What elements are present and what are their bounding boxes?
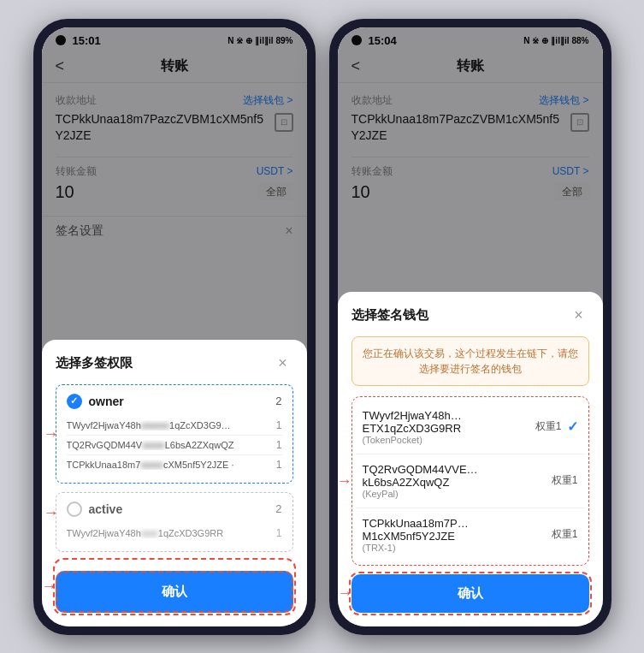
wallet1-weight: 权重1 xyxy=(535,419,562,434)
active-option-wrapper: → active 2 TWyvf2HjwaY48h●●●1qZcXD3G9RR xyxy=(56,492,293,552)
wallet3-weight: 权重1 xyxy=(552,527,578,542)
active-radio[interactable] xyxy=(67,502,82,517)
sheet-close-2[interactable]: × xyxy=(569,306,589,326)
red-arrow-wallets: → xyxy=(338,472,352,490)
owner-label: owner xyxy=(89,395,124,408)
owner-option-wrapper: → owner 2 TWyvf2HjwaY48h●●●●●1qZcXD3G9R xyxy=(56,384,293,484)
sheet-header-2: 选择签名钱包 × xyxy=(352,306,589,326)
sheet-title-1: 选择多签权限 xyxy=(56,355,133,371)
wallet3-addr: TCPkkUnaa18m7P…M1cXM5nf5Y2JZE xyxy=(363,517,552,543)
confirm-btn-wrapper-2: → 确认 xyxy=(352,574,589,613)
wallet1-name: (TokenPocket) xyxy=(363,435,535,445)
wallet-options-container: → TWyvf2HjwaY48h…ETX1qZcXD3G9RR (TokenPo… xyxy=(352,396,589,566)
wallet1-addr: TWyvf2HjwaY48h…ETX1qZcXD3G9RR xyxy=(363,409,535,435)
wallet3-name: (TRX-1) xyxy=(363,543,552,553)
wallet2-name: (KeyPal) xyxy=(363,489,552,499)
owner-addr1-row: TWyvf2HjwaY48h●●●●●1qZcXD3G9RR σ 1 xyxy=(67,416,282,436)
owner-option[interactable]: owner 2 TWyvf2HjwaY48h●●●●●1qZcXD3G9RR σ… xyxy=(56,384,293,484)
confirm-button-1[interactable]: 确认 xyxy=(56,571,293,613)
red-arrow-confirm-2: → xyxy=(338,585,353,603)
wallet2-option[interactable]: TQ2RvGQDM44VVE…kL6bsA2ZXqwQZ (KeyPal) 权重… xyxy=(356,454,585,508)
active-label: active xyxy=(89,502,123,516)
wallet2-weight: 权重1 xyxy=(552,473,578,488)
owner-addr2: TQ2RvGQDM44V●●●●L6bsA2ZXqwQZ xyxy=(67,440,238,450)
owner-addr1-weight: 1 xyxy=(276,419,282,431)
wallet1-option[interactable]: TWyvf2HjwaY48h…ETX1qZcXD3G9RR (TokenPock… xyxy=(356,401,585,454)
active-option[interactable]: active 2 TWyvf2HjwaY48h●●●1qZcXD3G9RR 1 xyxy=(56,492,293,552)
wallet2-addr: TQ2RvGQDM44VVE…kL6bsA2ZXqwQZ xyxy=(363,463,552,489)
red-arrow-confirm-1: → xyxy=(42,578,57,596)
red-arrow-owner: → xyxy=(44,424,59,442)
wallet3-option[interactable]: TCPkkUnaa18m7P…M1cXM5nf5Y2JZE (TRX-1) 权重… xyxy=(356,508,585,561)
bottom-sheet-2: 选择签名钱包 × 您正在确认该交易，这个过程发生在链下，请您选择要进行签名的钱包… xyxy=(338,292,603,626)
owner-addr3-row: TCPkkUnaa18m7●●●●cXM5nf5Y2JZE · 1 xyxy=(67,455,282,474)
bottom-sheet-1: 选择多签权限 × → owner 2 xyxy=(42,340,307,626)
active-addr1-row: TWyvf2HjwaY48h●●●1qZcXD3G9RR 1 xyxy=(67,524,282,543)
warning-box: 您正在确认该交易，这个过程发生在链下，请您选择要进行签名的钱包 xyxy=(352,336,589,386)
owner-addr2-row: TQ2RvGQDM44V●●●●L6bsA2ZXqwQZ 1 xyxy=(67,436,282,455)
owner-addr2-weight: 1 xyxy=(276,439,282,451)
sheet-overlay-2: 选择签名钱包 × 您正在确认该交易，这个过程发生在链下，请您选择要进行签名的钱包… xyxy=(338,27,603,626)
phone-1: 15:01 N ※ ⊕ ∥il∥il 89% < 转账 收款地址 选 xyxy=(33,19,316,635)
sheet-title-2: 选择签名钱包 xyxy=(352,307,428,324)
phone-2: 15:04 N ※ ⊕ ∥il∥il 88% < 转账 收款地址 选 xyxy=(329,19,612,635)
owner-radio[interactable] xyxy=(67,394,82,409)
confirm-button-2[interactable]: 确认 xyxy=(352,574,589,613)
wallet1-checkmark: ✓ xyxy=(567,419,578,435)
owner-addr3: TCPkkUnaa18m7●●●●cXM5nf5Y2JZE · xyxy=(67,460,238,470)
owner-addr1: TWyvf2HjwaY48h●●●●●1qZcXD3G9RR σ xyxy=(67,420,238,430)
active-weight: 2 xyxy=(275,502,281,515)
active-addr1: TWyvf2HjwaY48h●●●1qZcXD3G9RR xyxy=(67,528,238,538)
owner-addr3-weight: 1 xyxy=(276,459,282,471)
sheet-close-1[interactable]: × xyxy=(273,353,293,374)
sheet-header-1: 选择多签权限 × xyxy=(56,353,293,374)
sheet-overlay-1: 选择多签权限 × → owner 2 xyxy=(42,27,307,626)
confirm-btn-wrapper-1: → 确认 xyxy=(56,561,293,613)
owner-weight: 2 xyxy=(275,395,281,407)
